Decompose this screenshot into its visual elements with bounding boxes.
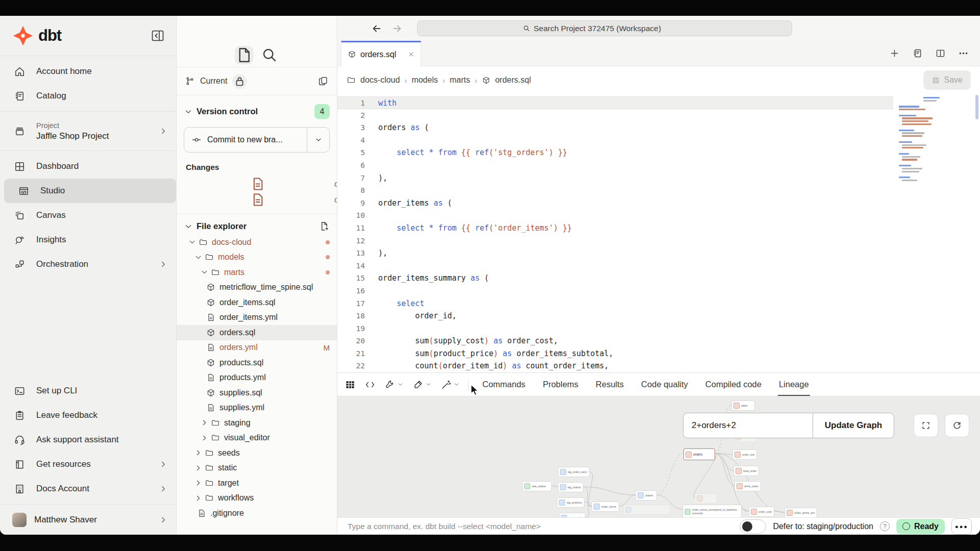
lineage-node[interactable]: [623, 505, 670, 515]
panel-tab-code-quality[interactable]: Code quality: [641, 373, 688, 396]
help-icon[interactable]: ?: [880, 521, 890, 531]
changed-file-row[interactable]: orders.ymlM: [186, 192, 330, 208]
tree-item[interactable]: staging: [177, 415, 337, 431]
build-action[interactable]: [384, 379, 404, 390]
code-line[interactable]: 6: [337, 159, 893, 172]
lineage-node[interactable]: food_orders: [733, 466, 759, 476]
breadcrumb-file[interactable]: orders.sql: [495, 76, 531, 85]
fullscreen-button[interactable]: [914, 414, 938, 437]
code-line[interactable]: 10: [337, 209, 893, 222]
file-view-button[interactable]: [235, 46, 253, 64]
code-line[interactable]: 19: [337, 322, 893, 335]
sidebar-item-docs-account[interactable]: Docs Account: [0, 477, 176, 501]
lineage-node[interactable]: stg_products: [557, 497, 584, 508]
lineage-node[interactable]: order_total: [732, 449, 757, 460]
lineage-node[interactable]: orders: [683, 448, 715, 460]
file-explorer-header[interactable]: File explorer: [177, 214, 337, 235]
tree-item[interactable]: supplies.sql: [177, 385, 337, 400]
search-input[interactable]: [534, 24, 687, 33]
close-icon[interactable]: [408, 51, 414, 58]
project-search[interactable]: [417, 20, 792, 36]
sidebar-collapse-icon[interactable]: [151, 29, 165, 43]
tree-item[interactable]: order_items.sql: [177, 295, 337, 310]
tree-item[interactable]: metricflow_time_spine.sql: [177, 280, 337, 295]
tree-item[interactable]: visual_editor: [177, 431, 337, 446]
refresh-button[interactable]: [945, 414, 969, 437]
code-line[interactable]: 4: [337, 134, 893, 147]
defer-toggle[interactable]: [740, 519, 766, 534]
sidebar-item-catalog[interactable]: Catalog: [0, 84, 176, 108]
save-button[interactable]: Save: [923, 70, 971, 90]
code-line[interactable]: 21 sum(product_price) as order_items_sub…: [337, 347, 893, 360]
editor-scrollbar[interactable]: [975, 95, 978, 119]
more-options-icon[interactable]: [958, 48, 969, 59]
sidebar-item-ask-support-assistant[interactable]: Ask support assistant: [0, 428, 176, 452]
lineage-node[interactable]: sales: [731, 400, 755, 411]
new-tab-icon[interactable]: [889, 48, 900, 59]
breadcrumb-part[interactable]: docs-cloud: [360, 76, 400, 85]
sidebar-item-account-home[interactable]: Account home: [0, 59, 176, 84]
tree-item[interactable]: orders.ymlM: [177, 340, 337, 356]
code-line[interactable]: 16: [337, 285, 893, 297]
code-line[interactable]: 9order_items as (: [337, 197, 893, 210]
lineage-canvas[interactable]: salesordersorder_totalfood_ordersdrink_o…: [337, 396, 980, 517]
code-line[interactable]: 20 sum(supply_cost) as order_cost,: [337, 335, 893, 347]
code-editor[interactable]: 1with23orders as (45 select * from {{ re…: [337, 94, 980, 372]
sidebar-item-orchestration[interactable]: Orchestration: [0, 252, 176, 277]
tree-item[interactable]: marts: [177, 265, 337, 280]
lineage-selector-input[interactable]: [683, 413, 813, 438]
code-line[interactable]: 2: [337, 109, 893, 122]
search-button[interactable]: [260, 46, 279, 64]
code-line[interactable]: 11 select * from {{ ref('order_items') }…: [337, 222, 893, 235]
command-more-button[interactable]: ●●●: [951, 518, 972, 535]
update-graph-button[interactable]: Update Graph: [813, 413, 894, 438]
code-line[interactable]: 1with: [337, 96, 893, 109]
tree-item[interactable]: models: [177, 250, 337, 265]
panel-tab-commands[interactable]: Commands: [482, 373, 525, 396]
sidebar-item-studio[interactable]: Studio: [4, 179, 176, 203]
back-button[interactable]: [371, 23, 382, 34]
tree-item[interactable]: products.sql: [177, 355, 337, 370]
tree-item[interactable]: workflows: [177, 491, 337, 506]
lineage-node[interactable]: raw_orders: [522, 481, 552, 491]
panel-tab-lineage[interactable]: Lineage: [779, 373, 809, 396]
panel-tab-problems[interactable]: Problems: [543, 373, 578, 396]
tree-item[interactable]: supplies.yml: [177, 400, 337, 416]
copy-icon[interactable]: [317, 76, 329, 87]
lineage-node[interactable]: order_items: [592, 502, 619, 512]
code-line[interactable]: 17 select: [337, 297, 893, 310]
code-line[interactable]: 13),: [337, 247, 893, 260]
split-editor-icon[interactable]: [935, 48, 946, 59]
code-line[interactable]: 15order_items_summary as (: [337, 272, 893, 285]
breadcrumb-part[interactable]: models: [411, 76, 438, 85]
tree-item[interactable]: orders.sql: [177, 325, 337, 340]
lineage-node[interactable]: order_gross_profit: [785, 508, 817, 517]
sidebar-item-canvas[interactable]: Canvas: [0, 203, 176, 228]
code-line[interactable]: 18 order_id,: [337, 310, 893, 322]
tree-item[interactable]: docs-cloud: [177, 235, 337, 250]
changed-file-row[interactable]: customers.ymlM: [186, 176, 330, 192]
code-line[interactable]: 3orders as (: [337, 121, 893, 134]
new-file-icon[interactable]: [319, 221, 330, 232]
fix-action[interactable]: [440, 379, 460, 390]
sidebar-item-project[interactable]: Project Jaffle Shop Project: [0, 112, 176, 151]
preview-table-icon[interactable]: [345, 379, 356, 390]
code-line[interactable]: 12: [337, 235, 893, 247]
tree-item[interactable]: products.yml: [177, 370, 337, 386]
tree-item[interactable]: .gitignore: [177, 506, 337, 521]
lineage-node[interactable]: stg_supplies: [559, 513, 585, 517]
tree-item[interactable]: seeds: [177, 445, 337, 461]
forward-button[interactable]: [391, 23, 403, 34]
breadcrumb-part[interactable]: marts: [450, 76, 470, 85]
sidebar-item-set-up-cli[interactable]: Set up CLI: [0, 379, 176, 403]
tree-item[interactable]: target: [177, 475, 337, 491]
code-action[interactable]: [364, 379, 376, 390]
catalog-panel-icon[interactable]: [912, 48, 923, 59]
code-line[interactable]: 14: [337, 260, 893, 272]
lineage-node[interactable]: drink_orders: [734, 481, 761, 491]
commit-button[interactable]: Commit to new bra...: [184, 127, 330, 153]
code-line[interactable]: 22 count(order_item_id) as count_order_i…: [337, 360, 893, 372]
sidebar-item-leave-feedback[interactable]: Leave feedback: [0, 403, 176, 428]
user-menu[interactable]: Matthew Shaver: [0, 504, 176, 535]
lineage-node[interactable]: stg_orders: [558, 482, 583, 492]
